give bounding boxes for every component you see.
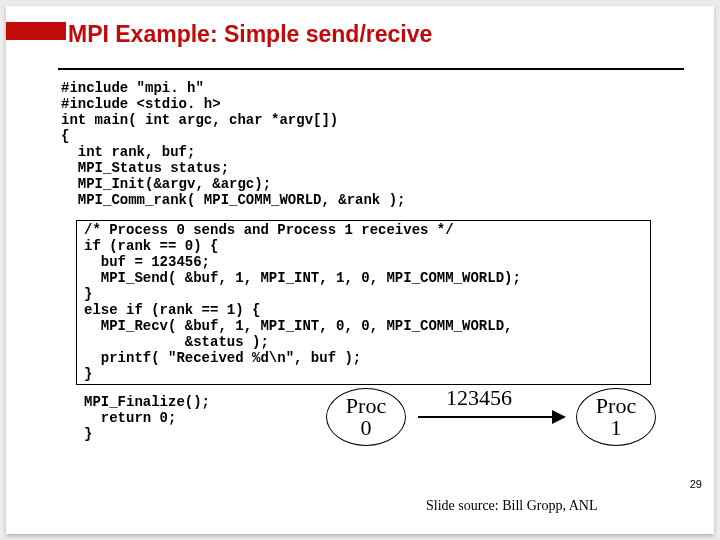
accent-bar (6, 22, 66, 40)
code-block-top: #include "mpi. h" #include <stdio. h> in… (61, 80, 405, 208)
process-1-label: Proc 1 (596, 395, 636, 439)
arrow-value: 123456 (446, 385, 512, 411)
process-1-oval: Proc 1 (576, 388, 656, 446)
slide-credit: Slide source: Bill Gropp, ANL (426, 498, 598, 514)
code-block-box: /* Process 0 sends and Process 1 receive… (84, 222, 521, 382)
page-number: 29 (690, 478, 702, 490)
process-0-oval: Proc 0 (326, 388, 406, 446)
slide-canvas: MPI Example: Simple send/recive #include… (6, 6, 714, 534)
arrow-head-icon (552, 410, 566, 424)
slide-title: MPI Example: Simple send/recive (68, 21, 432, 48)
arrow-line-icon (418, 416, 556, 418)
code-block-bottom: MPI_Finalize(); return 0; } (84, 394, 210, 442)
process-0-label: Proc 0 (346, 395, 386, 439)
title-divider (58, 68, 684, 70)
